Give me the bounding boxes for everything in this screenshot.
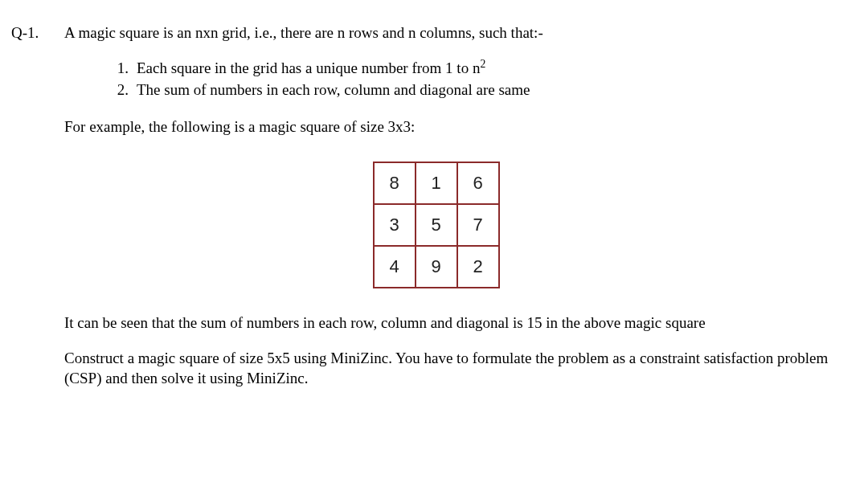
list-item: 2. The sum of numbers in each row, colum… xyxy=(114,80,848,100)
task-text: Construct a magic square of size 5x5 usi… xyxy=(64,349,848,388)
cell: 6 xyxy=(457,162,499,204)
example-intro: For example, the following is a magic sq… xyxy=(64,117,848,137)
question-content: A magic square is an nxn grid, i.e., the… xyxy=(64,22,852,389)
list-item-number: 1. xyxy=(114,58,137,79)
cell: 3 xyxy=(374,204,416,246)
cell: 1 xyxy=(416,162,457,204)
cell: 2 xyxy=(457,246,499,288)
magic-square-figure: 8 1 6 3 5 7 4 9 2 xyxy=(64,162,848,288)
cell: 5 xyxy=(416,204,457,246)
question-label: Q-1. xyxy=(8,22,64,43)
conditions-list: 1. Each square in the grid has a unique … xyxy=(64,58,848,100)
intro-text: A magic square is an nxn grid, i.e., the… xyxy=(64,22,848,43)
magic-square-grid: 8 1 6 3 5 7 4 9 2 xyxy=(373,162,500,288)
list-item-number: 2. xyxy=(114,80,137,100)
cell: 4 xyxy=(374,246,416,288)
cell: 7 xyxy=(457,204,499,246)
list-item-text: The sum of numbers in each row, column a… xyxy=(137,80,848,100)
cell: 8 xyxy=(374,162,416,204)
cell: 9 xyxy=(416,246,457,288)
observation-text: It can be seen that the sum of numbers i… xyxy=(64,313,848,333)
list-item-text: Each square in the grid has a unique num… xyxy=(137,58,848,79)
list-item: 1. Each square in the grid has a unique … xyxy=(114,58,848,79)
